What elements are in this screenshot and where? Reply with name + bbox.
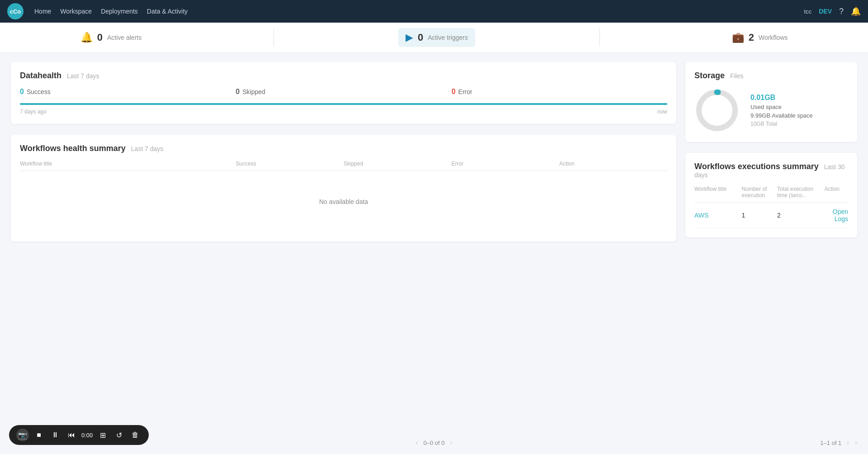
storage-subtitle: Files bbox=[730, 72, 744, 80]
camera-button[interactable]: 📷 bbox=[16, 429, 29, 441]
prev-right-icon[interactable]: ‹ bbox=[847, 439, 849, 444]
datahealth-subtitle: Last 7 days bbox=[67, 72, 99, 80]
used-space-label: Used space bbox=[750, 104, 813, 110]
help-icon[interactable]: ? bbox=[839, 7, 844, 16]
success-label: Success bbox=[27, 88, 51, 95]
workflows-label: Workflows bbox=[759, 34, 788, 41]
rewind-button[interactable]: ⏮ bbox=[65, 429, 78, 441]
exec-col-title: Workflow title bbox=[694, 186, 742, 199]
refresh-button[interactable]: ↺ bbox=[113, 429, 125, 441]
col-action: Action bbox=[559, 161, 667, 167]
svg-point-0 bbox=[699, 92, 735, 128]
storage-donut bbox=[694, 88, 740, 133]
nav-data-activity[interactable]: Data & Activity bbox=[147, 6, 188, 17]
error-stat: 0 Error bbox=[452, 88, 667, 96]
next-right-icon[interactable]: › bbox=[855, 439, 857, 444]
stop-button[interactable]: ■ bbox=[33, 429, 45, 441]
datahealth-bar-fill bbox=[20, 103, 667, 105]
app-logo[interactable]: cCo bbox=[7, 3, 24, 19]
user-label: tcc bbox=[804, 8, 812, 15]
skipped-count: 0 bbox=[236, 88, 240, 96]
main-content: Datahealth Last 7 days 0 Success 0 Skipp… bbox=[0, 53, 868, 444]
summary-divider-1 bbox=[274, 28, 274, 47]
datahealth-stats: 0 Success 0 Skipped 0 Error bbox=[20, 88, 667, 96]
pause-button[interactable]: ⏸ bbox=[49, 429, 61, 441]
bar-labels: 7 days ago now bbox=[20, 109, 667, 115]
prev-page-icon[interactable]: ‹ bbox=[415, 439, 418, 444]
storage-title: Storage bbox=[694, 71, 725, 80]
left-panel: Datahealth Last 7 days 0 Success 0 Skipp… bbox=[11, 62, 676, 435]
datahealth-bar-container: 7 days ago now bbox=[20, 103, 667, 115]
delete-button[interactable]: 🗑 bbox=[129, 429, 142, 441]
right-panel: Storage Files 0.01GB Used space 9.99GB A… bbox=[685, 62, 857, 435]
workflows-health-subtitle: Last 7 days bbox=[131, 145, 164, 152]
bell-icon: 🔔 bbox=[80, 32, 93, 43]
col-workflow-title: Workflow title bbox=[20, 161, 236, 167]
used-space-value: 0.01GB bbox=[750, 94, 813, 102]
datahealth-bar bbox=[20, 103, 667, 105]
skipped-stat: 0 Skipped bbox=[236, 88, 451, 96]
next-page-icon[interactable]: › bbox=[450, 439, 453, 444]
storage-header: Storage Files bbox=[694, 71, 848, 80]
exec-workflow-name[interactable]: AWS bbox=[694, 212, 742, 219]
executions-title: Workflows executions summary bbox=[694, 162, 819, 171]
datahealth-card: Datahealth Last 7 days 0 Success 0 Skipp… bbox=[11, 62, 676, 124]
executions-header: Workflows executions summary Last 30 day… bbox=[694, 162, 848, 179]
pagination-right: 1–1 of 1 ‹ › bbox=[820, 439, 857, 444]
logo-text: cCo bbox=[10, 8, 21, 15]
pagination-text: 0–0 of 0 bbox=[424, 440, 445, 444]
top-navigation: cCo Home Workspace Deployments Data & Ac… bbox=[0, 0, 868, 23]
pagination-center: ‹ 0–0 of 0 › bbox=[415, 439, 453, 444]
exec-col-time: Total execution time (seco... bbox=[777, 186, 825, 199]
table-row: AWS 1 2 Open Logs bbox=[694, 203, 848, 228]
donut-svg bbox=[694, 88, 740, 133]
executions-card: Workflows executions summary Last 30 day… bbox=[685, 153, 857, 237]
workflows-health-header: Workflows health summary Last 7 days bbox=[20, 144, 667, 153]
exec-total-time: 2 bbox=[777, 212, 825, 219]
total-space: 10GB Total bbox=[750, 121, 813, 127]
no-data-message: No available data bbox=[20, 171, 667, 232]
exec-table-header: Workflow title Number of execution Total… bbox=[694, 186, 848, 203]
nav-menu: Home Workspace Deployments Data & Activi… bbox=[34, 6, 793, 17]
nav-workspace[interactable]: Workspace bbox=[60, 6, 92, 17]
summary-divider-2 bbox=[599, 28, 600, 47]
alerts-count: 0 bbox=[97, 32, 103, 43]
recording-bar: 📷 ■ ⏸ ⏮ 0:00 ⊞ ↺ 🗑 bbox=[9, 425, 149, 444]
alerts-label: Active alerts bbox=[107, 34, 142, 41]
grid-button[interactable]: ⊞ bbox=[96, 429, 109, 441]
rec-timer: 0:00 bbox=[81, 432, 93, 439]
workflows-count: 2 bbox=[749, 32, 754, 43]
notification-icon[interactable]: 🔔 bbox=[851, 6, 861, 16]
triggers-label: Active triggers bbox=[428, 34, 468, 41]
exec-num-executions: 1 bbox=[742, 212, 777, 219]
nav-home[interactable]: Home bbox=[34, 6, 51, 17]
error-label: Error bbox=[458, 88, 472, 95]
storage-legend: 0.01GB Used space 9.99GB Available space… bbox=[750, 94, 813, 127]
pagination-right-text: 1–1 of 1 bbox=[820, 440, 841, 444]
triggers-summary[interactable]: ▶ 0 Active triggers bbox=[398, 28, 475, 47]
bar-end-label: now bbox=[657, 109, 667, 115]
col-error: Error bbox=[452, 161, 560, 167]
storage-card: Storage Files 0.01GB Used space 9.99GB A… bbox=[685, 62, 857, 142]
executions-table: Workflow title Number of execution Total… bbox=[694, 186, 848, 228]
nav-right: tcc DEV ? 🔔 bbox=[804, 6, 861, 16]
success-stat: 0 Success bbox=[20, 88, 236, 96]
env-label: DEV bbox=[819, 8, 832, 15]
workflows-health-table: Workflow title Success Skipped Error Act… bbox=[20, 161, 667, 232]
workflows-summary[interactable]: 💼 2 Workflows bbox=[725, 28, 795, 47]
exec-col-executions: Number of execution bbox=[742, 186, 777, 199]
available-space: 9.99GB Available space bbox=[750, 112, 813, 119]
datahealth-header: Datahealth Last 7 days bbox=[20, 71, 667, 80]
workflow-icon: 💼 bbox=[732, 32, 744, 43]
workflows-health-card: Workflows health summary Last 7 days Wor… bbox=[11, 135, 676, 241]
triggers-count: 0 bbox=[418, 32, 423, 43]
storage-content: 0.01GB Used space 9.99GB Available space… bbox=[694, 88, 848, 133]
open-logs-button[interactable]: Open Logs bbox=[825, 208, 848, 222]
error-count: 0 bbox=[452, 88, 456, 96]
bar-start-label: 7 days ago bbox=[20, 109, 47, 115]
col-skipped: Skipped bbox=[344, 161, 452, 167]
summary-bar: 🔔 0 Active alerts ▶ 0 Active triggers 💼 … bbox=[0, 23, 868, 53]
alerts-summary[interactable]: 🔔 0 Active alerts bbox=[73, 28, 149, 47]
nav-deployments[interactable]: Deployments bbox=[101, 6, 138, 17]
workflows-health-title: Workflows health summary bbox=[20, 144, 126, 153]
